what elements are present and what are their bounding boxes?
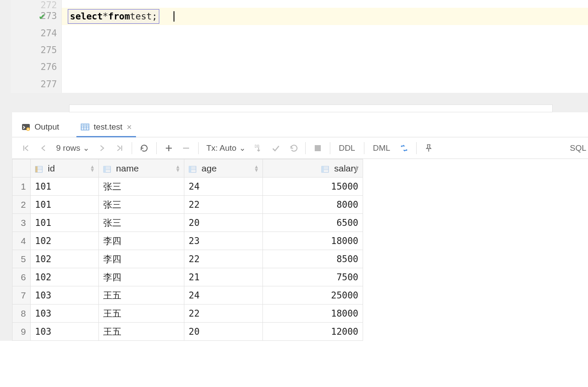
remove-row-button[interactable]	[177, 140, 195, 157]
table-row[interactable]: 9103王五2012000	[13, 323, 363, 341]
rownum-cell[interactable]: 1	[13, 178, 31, 196]
cell-salary[interactable]: 18000	[263, 305, 363, 323]
code-line[interactable]	[62, 0, 588, 8]
gutter-line[interactable]: 274	[11, 25, 61, 41]
cell-name[interactable]: 张三	[99, 196, 184, 214]
table-row[interactable]: 7103王五2425000	[13, 286, 363, 305]
cell-age[interactable]: 22	[184, 250, 263, 268]
cell-name[interactable]: 张三	[99, 178, 184, 196]
cell-age[interactable]: 21	[184, 268, 263, 286]
gutter-line[interactable]: 277	[11, 76, 61, 93]
cell-name[interactable]: 李四	[99, 268, 184, 286]
code-line[interactable]	[62, 42, 588, 60]
rownum-cell[interactable]: 5	[13, 250, 31, 268]
cell-id[interactable]: 102	[31, 268, 99, 286]
table-row[interactable]: 1101张三2415000	[13, 178, 363, 196]
dml-button[interactable]: DML	[368, 143, 395, 153]
cell-salary[interactable]: 15000	[263, 178, 363, 196]
editor-code-area[interactable]: select * from test;	[62, 0, 588, 93]
prev-page-button[interactable]	[35, 140, 52, 157]
column-icon	[189, 165, 196, 173]
gutter-line[interactable]: 273✔	[11, 8, 61, 25]
add-row-button[interactable]	[160, 140, 177, 157]
cell-id[interactable]: 102	[31, 232, 99, 250]
table-row[interactable]: 5102李四228500	[13, 250, 363, 268]
last-page-button[interactable]	[111, 140, 128, 157]
rownum-cell[interactable]: 9	[13, 323, 31, 341]
cell-name[interactable]: 李四	[99, 232, 184, 250]
code-line[interactable]	[62, 77, 588, 94]
cell-age[interactable]: 20	[184, 214, 263, 232]
table-row[interactable]: 2101张三228000	[13, 196, 363, 214]
pin-button[interactable]	[420, 140, 437, 157]
cell-salary[interactable]: 8000	[263, 196, 363, 214]
cell-name[interactable]: 李四	[99, 250, 184, 268]
next-page-button[interactable]	[94, 140, 111, 157]
ddl-button[interactable]: DDL	[334, 143, 360, 153]
column-header-age[interactable]: age ▲▼	[184, 159, 263, 178]
refresh-button[interactable]	[136, 140, 153, 157]
sort-icon[interactable]: ▲▼	[175, 165, 180, 172]
gutter-line[interactable]: 275	[11, 42, 61, 59]
data-table[interactable]: id ▲▼ name ▲▼ age	[12, 159, 363, 341]
column-header-name[interactable]: name ▲▼	[99, 159, 184, 178]
sql-button[interactable]: SQL	[565, 143, 588, 153]
code-line[interactable]: select * from test;	[62, 8, 588, 25]
code-line[interactable]	[62, 60, 588, 77]
sort-icon[interactable]: ▲▼	[90, 165, 95, 172]
editor-horizontal-scrollbar[interactable]	[69, 105, 553, 112]
rownum-cell[interactable]: 7	[13, 286, 31, 305]
column-header-salary[interactable]: salary ▲▼	[263, 159, 363, 178]
cell-id[interactable]: 101	[31, 196, 99, 214]
rownum-cell[interactable]: 6	[13, 268, 31, 286]
cell-age[interactable]: 24	[184, 286, 263, 305]
rownum-cell[interactable]: 2	[13, 196, 31, 214]
cell-id[interactable]: 101	[31, 214, 99, 232]
cell-id[interactable]: 103	[31, 323, 99, 341]
tab-output[interactable]: Output	[17, 117, 63, 137]
cell-id[interactable]: 103	[31, 305, 99, 323]
cell-name[interactable]: 王五	[99, 305, 184, 323]
gutter-line[interactable]: 276	[11, 59, 61, 76]
rownum-cell[interactable]: 8	[13, 305, 31, 323]
cell-id[interactable]: 101	[31, 178, 99, 196]
cell-salary[interactable]: 8500	[263, 250, 363, 268]
rollback-button[interactable]	[285, 140, 302, 157]
tab-result[interactable]: test.test ×	[76, 117, 136, 137]
rownum-cell[interactable]: 4	[13, 232, 31, 250]
table-row[interactable]: 8103王五2218000	[13, 305, 363, 323]
cell-id[interactable]: 102	[31, 250, 99, 268]
compare-button[interactable]	[395, 140, 413, 157]
code-line[interactable]	[62, 25, 588, 42]
rownum-cell[interactable]: 3	[13, 214, 31, 232]
gutter-line[interactable]: 272	[11, 0, 61, 8]
table-row[interactable]: 4102李四2318000	[13, 232, 363, 250]
cell-salary[interactable]: 18000	[263, 232, 363, 250]
rownum-header[interactable]	[13, 159, 31, 178]
stop-button[interactable]	[309, 140, 326, 157]
cell-age[interactable]: 22	[184, 196, 263, 214]
commit-button[interactable]	[267, 140, 285, 157]
cell-age[interactable]: 20	[184, 323, 263, 341]
sort-icon[interactable]: ▲▼	[254, 165, 259, 172]
rows-count-dropdown[interactable]: 9 rows ⌄	[52, 143, 94, 153]
cell-age[interactable]: 23	[184, 232, 263, 250]
cell-name[interactable]: 王五	[99, 286, 184, 305]
db-submit-button[interactable]: DB	[250, 140, 267, 157]
tx-mode-dropdown[interactable]: Tx: Auto ⌄	[202, 143, 250, 153]
table-row[interactable]: 3101张三206500	[13, 214, 363, 232]
sort-icon[interactable]: ▲▼	[354, 165, 359, 172]
column-header-id[interactable]: id ▲▼	[31, 159, 99, 178]
cell-id[interactable]: 103	[31, 286, 99, 305]
cell-name[interactable]: 张三	[99, 214, 184, 232]
cell-salary[interactable]: 7500	[263, 268, 363, 286]
first-page-button[interactable]	[17, 140, 35, 157]
cell-age[interactable]: 24	[184, 178, 263, 196]
cell-salary[interactable]: 25000	[263, 286, 363, 305]
cell-name[interactable]: 王五	[99, 323, 184, 341]
cell-salary[interactable]: 12000	[263, 323, 363, 341]
cell-age[interactable]: 22	[184, 305, 263, 323]
cell-salary[interactable]: 6500	[263, 214, 363, 232]
close-icon[interactable]: ×	[127, 122, 132, 132]
table-row[interactable]: 6102李四217500	[13, 268, 363, 286]
